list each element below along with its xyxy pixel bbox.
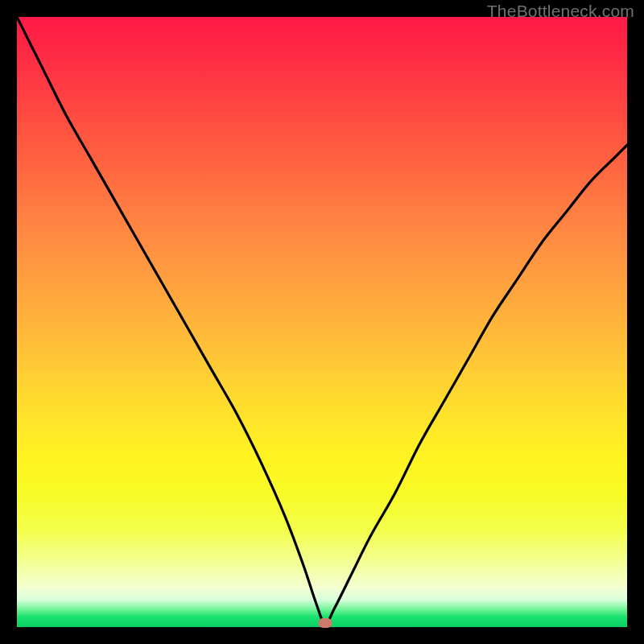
chart-frame: TheBottleneck.com (0, 0, 644, 644)
bottleneck-curve (17, 17, 627, 627)
optimum-marker (318, 618, 332, 628)
plot-area (17, 17, 627, 627)
